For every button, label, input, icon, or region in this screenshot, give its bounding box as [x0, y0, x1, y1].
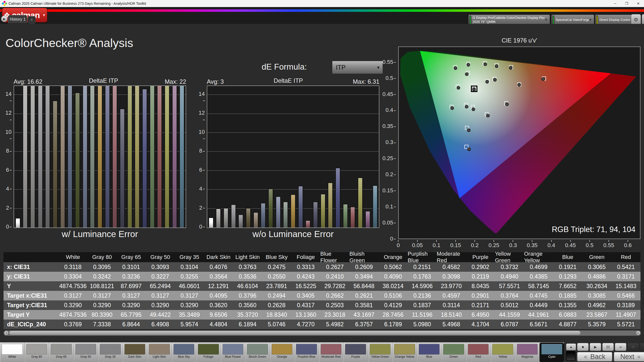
table-row-label: x: CIE31 [4, 262, 58, 272]
swatch-yellow-green[interactable]: Yellow Green [368, 343, 393, 362]
table-cell: 23.5867 [582, 310, 612, 320]
swatch-yellow[interactable]: Yellow [491, 343, 515, 362]
table-cell: 0.3189 [611, 300, 640, 310]
table-cell: 46.0601 [175, 281, 204, 291]
table-cell: 0.3093 [146, 262, 175, 272]
swatch-label: Gray 65 [49, 355, 73, 358]
table-horizontal-scrollbar[interactable]: ◂ ▸ [4, 330, 641, 336]
swatch-scroll-up-button[interactable]: ▲ [566, 343, 576, 350]
cie-x-tick-label: 0.3 [504, 240, 522, 249]
table-row-label: Target y:CIE31 [4, 300, 58, 310]
close-button[interactable]: ✕ [632, 2, 644, 6]
scrollbar-thumb[interactable] [9, 331, 580, 335]
cie-y-tick-label: 0.2 [381, 171, 396, 178]
table-cell: 0.4095 [204, 291, 233, 300]
bar-dark-skin [246, 208, 251, 228]
stop-button[interactable]: ■ [577, 343, 589, 351]
table-cell: 6.0883 [553, 310, 582, 320]
swatch-color-patch [296, 344, 317, 354]
display-control-dropdown[interactable]: Direct Display Control ▼ [595, 15, 635, 25]
bar-yellow-green [127, 86, 132, 228]
table-cell: 0.3796 [233, 291, 262, 300]
table-row-label: Target x:CIE31 [4, 291, 58, 300]
bar-magenta [172, 86, 177, 228]
tab-scroll-button[interactable]: ▶ [1, 16, 8, 22]
table-cell: 80.3390 [88, 310, 117, 320]
continuous-measure-button[interactable]: ∞ [615, 343, 626, 351]
swatch-label: Yellow Green [368, 355, 392, 358]
bar-cyan [373, 185, 378, 228]
table-cell: 0.1837 [408, 300, 437, 310]
swatch-label: Dark Skin [123, 355, 147, 358]
swatch-bluish-green[interactable]: Bluish Green [245, 343, 270, 362]
cie-y-tick-label: 0.25 [381, 155, 396, 162]
source-dropdown[interactable]: SpectraCal VideoForge Pro ▼ [551, 15, 594, 25]
swatch-cyan[interactable]: Cyan [540, 343, 564, 362]
swatch-light-skin[interactable]: Light Skin [147, 343, 172, 362]
swatch-orange[interactable]: Orange [270, 343, 295, 362]
swatch-gray-65[interactable]: Gray 65 [49, 343, 74, 362]
table-row-label: y: CIE31 [4, 272, 58, 281]
gear-icon: ⚙ [634, 17, 638, 23]
tab-history-1[interactable]: History 1 [8, 15, 27, 23]
add-tab-button[interactable]: + [28, 16, 36, 24]
swatch-page-toggle[interactable] [566, 351, 576, 361]
table-cell: 0.3114 [437, 300, 466, 310]
meter-dropdown[interactable]: i1 Display Pro/Calibrite ColorChecker Di… [468, 15, 550, 25]
swatch-magenta[interactable]: Magenta [515, 343, 540, 362]
scroll-right-button[interactable]: ▸ [636, 331, 640, 335]
swatch-purple[interactable]: Purple [343, 343, 368, 362]
swatch-dark-skin[interactable]: Dark Skin [123, 343, 147, 362]
scroll-left-button[interactable]: ◂ [4, 331, 8, 335]
swatch-gray-80[interactable]: Gray 80 [25, 343, 49, 362]
maximize-button[interactable]: ❐ [621, 2, 632, 6]
table-row-label: dE_ICtCp_240 [4, 320, 58, 329]
swatch-gray-35[interactable]: Gray 35 [98, 343, 123, 362]
swatch-blue-sky[interactable]: Blue Sky [172, 343, 196, 362]
chart-avg-label: Avg: 16.62 [14, 78, 42, 85]
bar-yellow [358, 177, 363, 228]
table-column-header: Purplish Blue [408, 252, 437, 262]
measurement-transport-controls: ■▶[•]∞⟳● [577, 343, 644, 351]
play-button[interactable]: ▶ [590, 343, 601, 351]
chart-formula-label: DeltaE ITP [274, 77, 303, 84]
back-button[interactable]: « Back [577, 352, 612, 361]
table-cell: 23.9770 [437, 281, 466, 291]
single-measure-button[interactable]: [•] [602, 343, 614, 351]
collapse-panel-button[interactable]: ◀ [642, 14, 644, 25]
swatch-blue-flower[interactable]: Blue Flower [221, 343, 246, 362]
swatch-blue[interactable]: Blue [417, 343, 442, 362]
next-button[interactable]: Next » [614, 352, 644, 361]
swatch-moderate-red[interactable]: Moderate Red [319, 343, 344, 362]
bar-white [15, 218, 20, 228]
bar-purplish-blue [105, 86, 110, 228]
swatch-gray-50[interactable]: Gray 50 [74, 343, 98, 362]
bar-gray-50 [38, 86, 43, 228]
cie-y-tick-label: 0.05 [381, 219, 396, 226]
table-cell: 0.5466 [611, 291, 640, 300]
swatch-white[interactable]: White [0, 343, 25, 362]
swatch-label: Blue Sky [172, 355, 196, 358]
swatch-purplish-blue[interactable]: Purplish Blue [294, 343, 319, 362]
cie-y-tick-label: 0.5 [381, 75, 396, 81]
y-axis-tick-label: 10 [3, 129, 12, 142]
table-cell: 16.5225 [291, 281, 320, 291]
table-cell: 5.4982 [320, 320, 349, 329]
cie-x-tick-label: 0.1 [428, 240, 445, 249]
rainbow-strip [0, 9, 644, 12]
table-cell: 0.2494 [262, 291, 291, 300]
table-cell: 0.3304 [58, 272, 88, 281]
bar-blue-sky [261, 203, 266, 228]
swatch-orange-yellow[interactable]: Orange Yellow [392, 343, 417, 362]
table-cell: 0.3620 [204, 300, 233, 310]
table-cell: 4.4804 [204, 320, 233, 329]
settings-button[interactable]: ⚙ [631, 14, 641, 25]
swatch-red[interactable]: Red [466, 343, 491, 362]
swatch-green[interactable]: Green [441, 343, 466, 362]
de-formula-dropdown[interactable]: ITP ▼ [332, 61, 383, 74]
cie-y-tick-label: 0.3 [381, 139, 396, 146]
swatch-foliage[interactable]: Foliage [196, 343, 221, 362]
minimize-button[interactable]: ─ [609, 2, 621, 6]
bar-gray-80 [23, 86, 28, 228]
meter-status-indicator [469, 16, 471, 24]
